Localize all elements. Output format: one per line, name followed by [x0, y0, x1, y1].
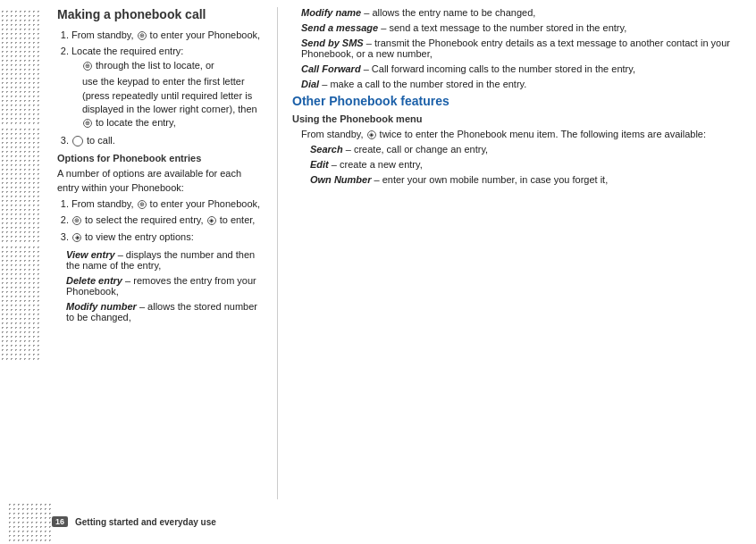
locate-option-2: use the keypad to enter the first letter… — [71, 75, 263, 130]
option-dial: Dial – make a call to the number stored … — [301, 79, 756, 89]
option-dial-title: Dial — [301, 79, 319, 89]
nav-icon-5: ⊕ — [72, 216, 81, 225]
option-call-forward-desc: – Call forward incoming calls to the num… — [364, 63, 635, 74]
step-2: Locate the required entry: ⊕ through the… — [71, 45, 263, 130]
menu-own-number-title: Own Number — [310, 174, 371, 185]
nav-icon-3: ⊕ — [83, 119, 92, 128]
footer-text: Getting started and everyday use — [75, 517, 216, 527]
phonebook-menu-intro: From standby, ◈ twice to enter the Phone… — [292, 128, 756, 141]
nav-icon-7: ◈ — [72, 233, 81, 242]
dial-icon — [72, 136, 83, 146]
step-3: to call. — [71, 134, 263, 147]
option-modify-number: Modify number – allows the stored number… — [66, 301, 263, 322]
locate-options: ⊕ through the list to locate, or use the… — [71, 59, 263, 130]
nav-icon-8: ◈ — [367, 130, 376, 139]
option-call-forward-title: Call Forward — [301, 63, 361, 74]
main-heading: Making a phonebook call — [57, 7, 263, 21]
menu-search-title: Search — [310, 144, 343, 155]
option-send-message-desc: – send a text message to the number stor… — [381, 22, 626, 33]
option-send-sms: Send by SMS – transmit the Phonebook ent… — [301, 38, 756, 59]
right-column: Modify name – allows the entry name to b… — [277, 7, 756, 499]
options-heading: Options for Phonebook entries — [57, 153, 263, 163]
option-send-message-title: Send a message — [301, 22, 378, 33]
options-intro: A number of options are available for ea… — [57, 167, 263, 195]
option-view-entry-title: View entry — [66, 249, 115, 260]
option-delete-entry-title: Delete entry — [66, 275, 122, 286]
nav-icon-6: ◈ — [207, 216, 216, 225]
locate-option-1: ⊕ through the list to locate, or — [71, 59, 263, 72]
dot-pattern-top — [0, 0, 45, 544]
menu-edit: Edit – create a new entry, — [310, 159, 756, 170]
entry-options-list: View entry – displays the number and the… — [57, 249, 263, 322]
menu-edit-desc: – create a new entry, — [332, 159, 423, 170]
options-steps-list: From standby, ⊕ to enter your Phonebook,… — [57, 197, 263, 244]
option-view-entry: View entry – displays the number and the… — [66, 249, 263, 271]
menu-own-number: Own Number – enter your own mobile numbe… — [310, 174, 756, 185]
option-dial-desc: – make a call to the number stored in th… — [322, 79, 526, 89]
option-modify-number-title: Modify number — [66, 301, 137, 312]
option-delete-entry: Delete entry – removes the entry from yo… — [66, 275, 263, 297]
menu-search-desc: – create, call or change an entry, — [346, 144, 488, 155]
phonebook-menu-heading: Using the Phonebook menu — [292, 113, 756, 124]
content-area: Making a phonebook call From standby, ⊕ … — [54, 0, 756, 499]
nav-icon-1: ⊕ — [138, 31, 147, 40]
menu-edit-title: Edit — [310, 159, 329, 170]
options-step-2: ⊕ to select the required entry, ◈ to ent… — [71, 213, 263, 227]
option-modify-name-desc: – allows the entry name to be changed, — [364, 7, 535, 18]
options-continued-list: Modify name – allows the entry name to b… — [292, 7, 756, 89]
footer: 16 Getting started and everyday use — [0, 499, 756, 544]
nav-icon-2: ⊕ — [83, 62, 92, 71]
option-modify-name-title: Modify name — [301, 7, 361, 18]
phonebook-menu-items: Search – create, call or change an entry… — [292, 144, 756, 185]
options-step-1: From standby, ⊕ to enter your Phonebook, — [71, 197, 263, 211]
options-step-3: ◈ to view the entry options: — [71, 230, 263, 244]
left-column: Making a phonebook call From standby, ⊕ … — [54, 7, 277, 499]
option-modify-name: Modify name – allows the entry name to b… — [301, 7, 756, 18]
option-send-message: Send a message – send a text message to … — [301, 22, 756, 33]
other-features-heading: Other Phonebook features — [292, 94, 756, 108]
option-send-sms-desc: – transmit the Phonebook entry details a… — [301, 38, 730, 59]
left-border — [0, 0, 54, 544]
page-number: 16 — [52, 516, 68, 527]
footer-dot-pattern — [7, 502, 52, 541]
main-steps-list: From standby, ⊕ to enter your Phonebook,… — [57, 29, 263, 147]
nav-icon-4: ⊕ — [138, 200, 147, 209]
option-call-forward: Call Forward – Call forward incoming cal… — [301, 63, 756, 74]
step-1: From standby, ⊕ to enter your Phonebook, — [71, 29, 263, 42]
menu-search: Search – create, call or change an entry… — [310, 144, 756, 155]
option-send-sms-title: Send by SMS — [301, 38, 364, 48]
menu-own-number-desc: – enter your own mobile number, in case … — [374, 174, 609, 185]
